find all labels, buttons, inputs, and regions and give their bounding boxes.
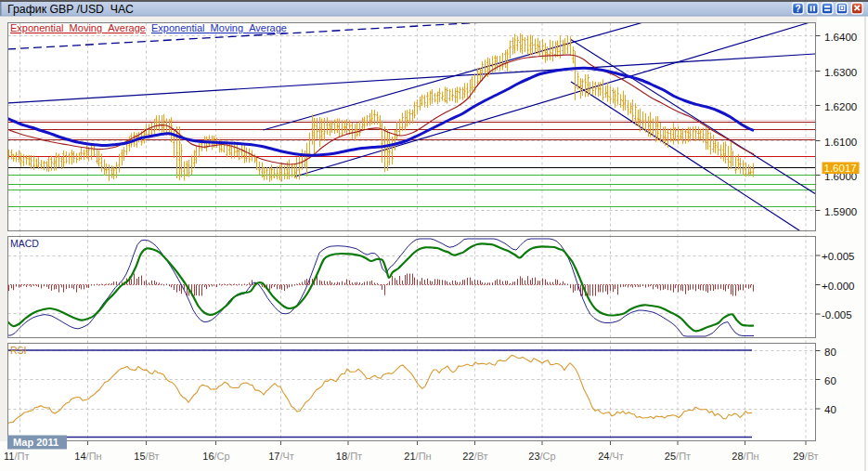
- svg-text:21/Пн: 21/Пн: [404, 451, 431, 462]
- svg-text:Мар 2011: Мар 2011: [13, 437, 58, 448]
- svg-text:15/Вт: 15/Вт: [134, 451, 159, 462]
- svg-text:11/Пт: 11/Пт: [4, 451, 29, 462]
- svg-text:23/Ср: 23/Ср: [528, 451, 555, 462]
- svg-text:-0.005: -0.005: [822, 309, 852, 321]
- svg-text:?: ?: [795, 4, 800, 14]
- svg-text:График GBP /USD ЧАС: График GBP /USD ЧАС: [7, 3, 134, 16]
- svg-text:1.6300: 1.6300: [824, 67, 857, 78]
- svg-text:1.6017: 1.6017: [824, 163, 857, 174]
- svg-text:RSI: RSI: [10, 345, 27, 356]
- svg-text:22/Вт: 22/Вт: [462, 451, 487, 462]
- svg-text:18/Пт: 18/Пт: [336, 451, 362, 462]
- svg-text:Exponential_Moving_Average: Exponential_Moving_Average: [10, 22, 146, 33]
- svg-text:1.6400: 1.6400: [824, 32, 857, 43]
- svg-text:1.5900: 1.5900: [824, 206, 857, 217]
- svg-text:+0.005: +0.005: [822, 251, 855, 262]
- svg-text:16/Ср: 16/Ср: [202, 451, 229, 462]
- svg-text:29/Вт: 29/Вт: [793, 451, 818, 462]
- svg-text:Exponential_Moving_Average: Exponential_Moving_Average: [151, 22, 287, 33]
- svg-text:80: 80: [824, 347, 836, 358]
- svg-text:28/Пн: 28/Пн: [732, 451, 758, 462]
- svg-text:25/Пт: 25/Пт: [665, 451, 691, 462]
- svg-text:60: 60: [824, 375, 836, 386]
- svg-text:MACD: MACD: [10, 238, 39, 249]
- svg-text:1.6100: 1.6100: [824, 137, 857, 148]
- svg-text:+0.000: +0.000: [822, 281, 855, 292]
- svg-text:14/Пн: 14/Пн: [74, 451, 101, 462]
- svg-text:1.6200: 1.6200: [824, 101, 857, 112]
- svg-text:40: 40: [824, 404, 836, 415]
- svg-text:17/Чт: 17/Чт: [268, 451, 294, 462]
- svg-text:24/Чт: 24/Чт: [598, 451, 624, 462]
